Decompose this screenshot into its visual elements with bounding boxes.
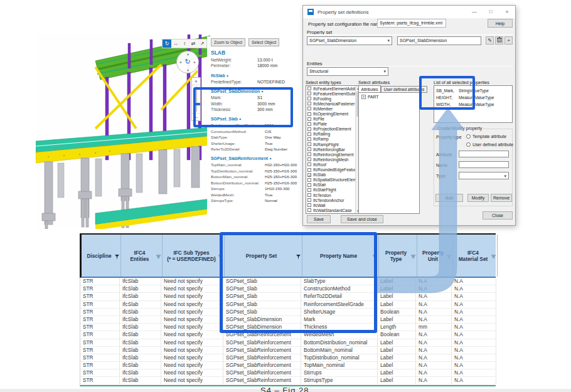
- table-row[interactable]: STRIfcSlab Need not specifySGPset_Slab R…: [80, 293, 496, 300]
- entity-type-item[interactable]: IfcTendon: [306, 193, 356, 198]
- table-row[interactable]: STRIfcSlab Need not specifySGPset_Slab S…: [80, 278, 496, 285]
- entity-type-item[interactable]: IfcReinforcingElement: [306, 152, 356, 157]
- entity-type-item[interactable]: IfcProjectionElement: [306, 127, 356, 132]
- checkbox[interactable]: [307, 122, 311, 126]
- tree-expand-icon[interactable]: +: [361, 95, 366, 99]
- table-row[interactable]: STRIfcSlab Need not specifySGPset_Slab C…: [80, 285, 496, 293]
- modify-button[interactable]: Modify: [467, 194, 489, 202]
- selected-properties-list[interactable]: SB_Mark, StringValueType HEIGHT, Measure…: [434, 85, 513, 123]
- header-discipline[interactable]: Discipline: [82, 235, 121, 277]
- nav-right-icon[interactable]: ►: [193, 60, 196, 64]
- entity-type-item[interactable]: IfcMember: [306, 106, 356, 111]
- nav-up-icon[interactable]: ▲: [186, 52, 189, 56]
- viewer-tool-icon[interactable]: ↕: [180, 40, 189, 48]
- entity-type-item[interactable]: IfcOpeningElement: [306, 111, 356, 116]
- property-set-dropdown[interactable]: SGPset_SlabDimension: [307, 36, 392, 45]
- table-row[interactable]: STRIfcSlab Need not specifySGPset_Slab R…: [80, 301, 496, 309]
- filter-icon[interactable]: [296, 255, 301, 259]
- zoom-handle[interactable]: [193, 103, 200, 105]
- type-dropdown[interactable]: [459, 172, 509, 179]
- checkbox[interactable]: [307, 203, 311, 207]
- save-and-close-button[interactable]: Save and close: [341, 215, 383, 223]
- header-ifc4-entities[interactable]: IFC4Entities: [121, 235, 163, 277]
- entity-type-item[interactable]: IfcStair: [306, 183, 356, 188]
- menu-filter-icon[interactable]: [447, 255, 451, 259]
- entity-type-item[interactable]: IfcRampFlight: [306, 142, 356, 147]
- checkbox[interactable]: [307, 107, 311, 110]
- viewer-tool-icon[interactable]: ↻: [163, 40, 171, 48]
- checkbox[interactable]: [307, 92, 311, 95]
- help-button[interactable]: Help: [488, 19, 513, 28]
- entity-type-item[interactable]: IfcFooting: [306, 96, 356, 101]
- entity-type-item[interactable]: IfcRoundedEdgeFeature: [306, 167, 356, 172]
- checkbox[interactable]: [307, 137, 311, 141]
- table-row[interactable]: STRIfcSlab Need not specifySGPset_SlabRe…: [80, 339, 496, 347]
- zoom-to-object-button[interactable]: Zoom to Object: [211, 38, 245, 46]
- menu-filter-icon[interactable]: [218, 255, 223, 259]
- minimize-icon[interactable]: —: [466, 6, 483, 18]
- checkbox[interactable]: [307, 162, 311, 166]
- entity-type-item[interactable]: IfcRailing: [306, 132, 356, 137]
- entity-type-item[interactable]: IfcRamp: [306, 137, 356, 142]
- menu-filter-icon[interactable]: [156, 255, 161, 259]
- checkbox[interactable]: [307, 97, 311, 100]
- entity-type-item[interactable]: IfcWallStandardCase: [306, 208, 356, 213]
- entity-type-item[interactable]: IfcTendonAnchor: [306, 198, 356, 203]
- edit-property-set-button[interactable]: ✎: [486, 36, 494, 45]
- table-row[interactable]: STRIfcSlab Need not specifySGPset_SlabRe…: [80, 377, 496, 384]
- checkbox[interactable]: [307, 198, 311, 202]
- checkbox[interactable]: [307, 208, 311, 212]
- checkbox[interactable]: [307, 112, 311, 116]
- header-property-unit[interactable]: PropertyUnit: [417, 235, 453, 277]
- selected-property-item[interactable]: SB_Mark, StringValueType: [434, 87, 512, 94]
- entity-type-item[interactable]: IfcPlate: [306, 122, 356, 127]
- checkbox[interactable]: [307, 117, 311, 121]
- viewer-tool-icon[interactable]: ↗: [198, 40, 206, 48]
- table-row[interactable]: STRIfcSlab Need not specifySGPset_Slab S…: [80, 309, 496, 316]
- checkbox[interactable]: [307, 102, 311, 105]
- config-file-input[interactable]: System: psets_ifcsg_trimble.xml: [377, 19, 446, 28]
- header-ifc-sub-types[interactable]: IFC Sub Types(* = USERDEFINED): [163, 235, 225, 277]
- table-row[interactable]: STRIfcSlab Need not specifySGPset_SlabRe…: [80, 331, 496, 339]
- navigation-wheel[interactable]: ↻ ▲ ▼ ◄ ►: [176, 51, 199, 73]
- checkbox[interactable]: [307, 193, 311, 197]
- table-row[interactable]: STRIfcSlab Need not specifySGPset_SlabRe…: [80, 347, 496, 354]
- entity-type-item[interactable]: IfcReinforcingMesh: [306, 157, 356, 162]
- viewer-tool-icon[interactable]: ↔: [171, 40, 180, 48]
- checkbox[interactable]: [307, 168, 311, 172]
- menu-filter-icon[interactable]: [373, 255, 377, 259]
- menu-filter-icon[interactable]: [411, 255, 415, 259]
- filter-icon[interactable]: [115, 255, 119, 259]
- checkbox[interactable]: [307, 132, 311, 136]
- attributes-tree[interactable]: + PART: [358, 92, 420, 214]
- tree-node-part[interactable]: + PART: [359, 93, 419, 99]
- radio-template-attribute[interactable]: [466, 134, 471, 139]
- dialog-titlebar[interactable]: Property set definitions — □ ×: [303, 6, 515, 18]
- checkbox[interactable]: [307, 183, 311, 187]
- checkbox[interactable]: [307, 157, 311, 161]
- add-button[interactable]: Add: [435, 194, 463, 202]
- entity-type-item[interactable]: IfcWall: [306, 203, 356, 208]
- radio-user-defined-attribute[interactable]: [466, 142, 471, 147]
- header-property-set[interactable]: Property Set: [225, 235, 302, 277]
- entity-type-item[interactable]: IfcRoof: [306, 162, 356, 167]
- zoom-out-button[interactable]: −: [192, 113, 200, 120]
- selected-property-item[interactable]: HEIGHT, MeasureValueType: [434, 94, 512, 101]
- select-object-button[interactable]: Select Object: [248, 38, 279, 46]
- checkbox[interactable]: [307, 152, 311, 156]
- header-ifc4-material-set[interactable]: IFC4Material Set: [453, 235, 498, 277]
- checkbox[interactable]: [307, 173, 311, 177]
- table-row[interactable]: STRIfcSlab Need not specifySGPset_SlabDi…: [80, 324, 496, 331]
- selected-property-item[interactable]: WIDTH, MeasureValueType: [434, 101, 512, 108]
- remove-button[interactable]: Remove: [491, 194, 512, 202]
- checkbox[interactable]: [307, 147, 311, 151]
- entity-type-item[interactable]: IfcPile: [306, 117, 356, 122]
- zoom-in-button[interactable]: +: [192, 78, 200, 85]
- nav-down-icon[interactable]: ▼: [186, 68, 189, 72]
- header-property-name[interactable]: Property Name: [302, 235, 379, 277]
- checkbox[interactable]: [307, 142, 311, 146]
- entity-types-list[interactable]: IfcFeatureElementAdditio IfcFeatureEleme…: [306, 85, 361, 214]
- close-icon[interactable]: ×: [499, 6, 515, 18]
- attribute-input[interactable]: [459, 151, 509, 157]
- property-set-name-input[interactable]: SGPset_SlabDimension: [397, 36, 481, 45]
